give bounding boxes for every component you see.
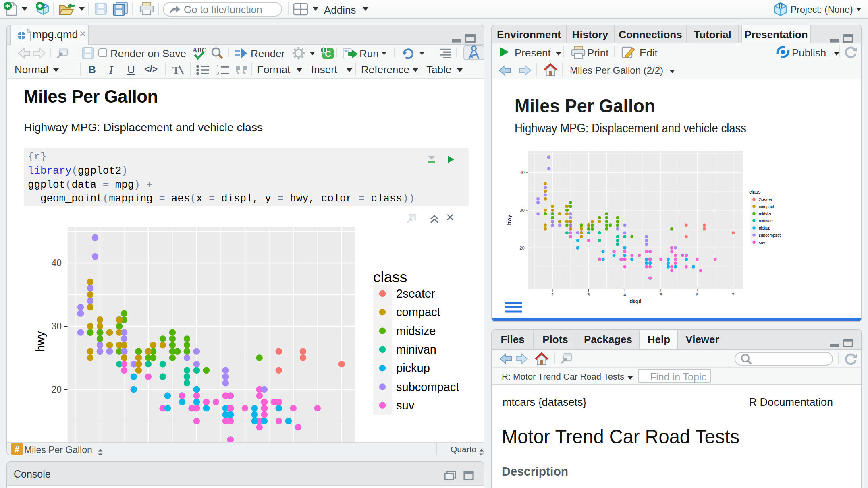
svg-text:compact: compact [759, 205, 774, 209]
svg-text:subcompact: subcompact [396, 380, 459, 393]
svg-text:midsize: midsize [396, 325, 436, 337]
svg-text:compact: compact [396, 306, 440, 318]
svg-text:2: 2 [551, 292, 554, 297]
svg-text:7: 7 [732, 292, 734, 297]
svg-text:6: 6 [696, 292, 698, 297]
svg-text:40: 40 [51, 258, 62, 268]
svg-text:1: 1 [216, 64, 219, 70]
svg-text:2seater: 2seater [759, 197, 772, 202]
svg-text:minivan: minivan [396, 343, 436, 356]
svg-text:3: 3 [587, 292, 590, 297]
svg-text:4: 4 [623, 292, 626, 297]
svg-text:30: 30 [51, 321, 62, 331]
svg-text:R: R [778, 2, 784, 10]
svg-text:2seater: 2seater [396, 287, 435, 300]
svg-text:pickup: pickup [759, 226, 770, 230]
svg-text:40: 40 [519, 170, 525, 175]
svg-text:displ: displ [630, 298, 642, 304]
svg-text:pickup: pickup [396, 362, 430, 374]
svg-text:minivan: minivan [759, 219, 772, 223]
svg-text:suv: suv [396, 399, 415, 412]
svg-text:20: 20 [51, 384, 62, 395]
svg-text:class: class [373, 269, 407, 285]
svg-text:midsize: midsize [759, 212, 772, 216]
svg-text:hwy: hwy [506, 215, 512, 225]
svg-text:hwy: hwy [34, 331, 47, 352]
svg-text:subcompact: subcompact [759, 233, 781, 238]
svg-text:#: # [15, 444, 19, 454]
svg-text:class: class [749, 189, 760, 195]
svg-text:20: 20 [519, 246, 525, 250]
svg-text:30: 30 [519, 208, 525, 213]
svg-text:2: 2 [216, 70, 219, 76]
svg-text:5: 5 [660, 292, 662, 297]
svg-text:suv: suv [759, 240, 765, 245]
